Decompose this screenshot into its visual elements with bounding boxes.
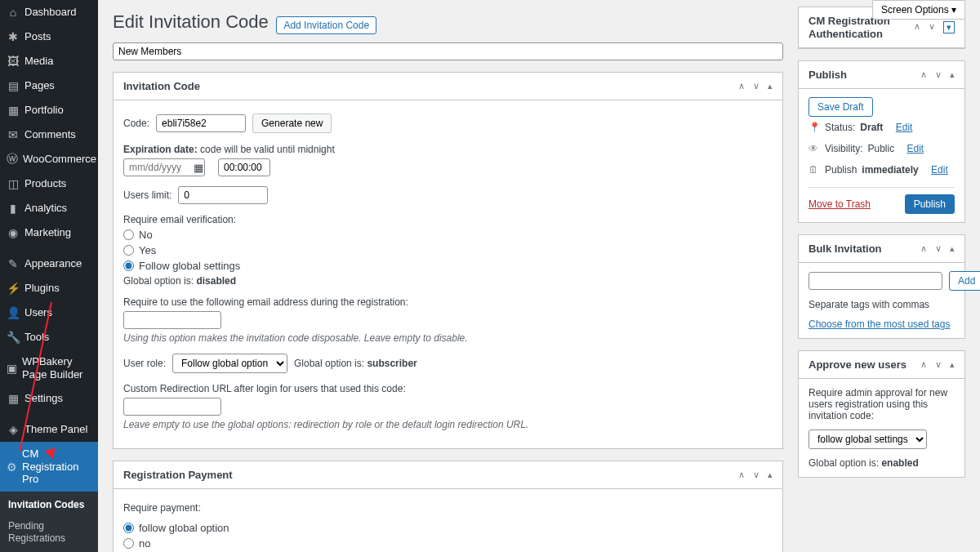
approve-users-box: Approve new users ∧∨▴ Require admin appr… [798, 350, 965, 478]
user-role-select[interactable]: Follow global option [172, 354, 287, 373]
publish-button[interactable]: Publish [905, 194, 955, 214]
rev-yes-label: Yes [139, 244, 156, 256]
save-draft-button[interactable]: Save Draft [808, 97, 873, 117]
status-value: Draft [860, 122, 883, 133]
move-up-icon[interactable]: ∧ [920, 359, 927, 370]
sub-pending[interactable]: Pending Registrations [0, 516, 98, 550]
toggle-icon[interactable]: ▴ [950, 69, 955, 80]
nav-analytics[interactable]: ▮Analytics [0, 196, 98, 220]
generate-new-button[interactable]: Generate new [252, 114, 332, 133]
move-down-icon[interactable]: ∨ [935, 359, 942, 370]
post-title-input[interactable] [113, 42, 783, 60]
move-up-icon[interactable]: ∧ [920, 243, 927, 254]
move-down-icon[interactable]: ∨ [935, 243, 942, 254]
redirect-label: Custom Redirection URL after login for u… [123, 383, 773, 394]
toggle-icon[interactable]: ▴ [950, 359, 955, 370]
bulk-tag-input[interactable] [808, 272, 942, 290]
page-icon: ▤ [7, 79, 20, 92]
nav-media[interactable]: 🖾Media [0, 49, 98, 73]
move-to-trash-link[interactable]: Move to Trash [808, 198, 871, 210]
move-down-icon[interactable]: ∨ [753, 470, 760, 480]
pay-no-radio[interactable] [123, 538, 134, 549]
require-email-label: Require to use the following email addre… [123, 296, 773, 308]
publish-box: Publish ∧∨▴ Save Draft 📍Status: Draft Ed… [798, 60, 965, 223]
registration-payment-box: Registration Payment ∧∨▴ Require payment… [113, 461, 783, 552]
edit-visibility-link[interactable]: Edit [907, 143, 924, 154]
approve-global-text: Global option is: [808, 457, 881, 469]
require-email-input[interactable] [123, 311, 221, 329]
edit-status-link[interactable]: Edit [896, 122, 913, 133]
rev-global-label: Follow global settings [139, 260, 240, 272]
toggle-icon[interactable]: ▴ [950, 243, 955, 254]
pin-icon: ✱ [7, 30, 20, 43]
move-up-icon[interactable]: ∧ [738, 81, 745, 91]
move-up-icon[interactable]: ∧ [738, 470, 745, 480]
eye-icon: 👁 [808, 143, 820, 154]
move-up-icon[interactable]: ∧ [920, 69, 927, 80]
settings-icon: ▦ [7, 392, 20, 405]
approve-select[interactable]: follow global settings [808, 430, 927, 449]
nav-marketing[interactable]: ◉Marketing [0, 220, 98, 245]
dashboard-icon: ⌂ [7, 6, 20, 19]
nav-dashboard[interactable]: ⌂Dashboard [0, 0, 98, 24]
analytics-icon: ▮ [7, 202, 20, 215]
nav-plugins[interactable]: ⚡Plugins [0, 276, 98, 300]
move-up-icon[interactable]: ∧ [914, 21, 920, 33]
nav-users[interactable]: 👤Users [0, 300, 98, 325]
rev-yes-radio[interactable] [123, 245, 134, 256]
visibility-label: Visibility: [825, 143, 862, 154]
nav-wpbakery[interactable]: ▣WPBakery Page Builder [0, 349, 98, 386]
publish-label: Publish [825, 164, 857, 176]
nav-pages[interactable]: ▤Pages [0, 73, 98, 98]
move-down-icon[interactable]: ∨ [935, 69, 942, 80]
edit-publish-link[interactable]: Edit [931, 164, 948, 176]
move-down-icon[interactable]: ∨ [753, 81, 760, 91]
nav-woocommerce[interactable]: ⓦWooCommerce [0, 147, 98, 171]
nav-products[interactable]: ◫Products [0, 171, 98, 196]
users-limit-input[interactable] [178, 186, 268, 204]
redirect-url-input[interactable] [123, 398, 221, 416]
nav-cm-registration[interactable]: ⚙CM Registration Pro [0, 442, 98, 492]
side-column: CM Registration Authentication ∧∨▾ Publi… [798, 7, 965, 552]
payment-box-title: Registration Payment [123, 469, 233, 481]
media-icon: 🖾 [7, 55, 20, 68]
email-verification-label: Require email verification: [123, 214, 773, 225]
pay-global-radio[interactable] [123, 523, 134, 533]
code-input[interactable] [156, 114, 246, 132]
toggle-icon[interactable]: ▾ [943, 21, 955, 33]
expiration-hint: code will be valid until midnight [200, 144, 335, 155]
visibility-value: Public [867, 143, 894, 154]
nav-posts[interactable]: ✱Posts [0, 24, 98, 49]
wpbakery-icon: ▣ [7, 362, 17, 375]
toggle-icon[interactable]: ▴ [768, 470, 773, 480]
toggle-icon[interactable]: ▴ [768, 81, 773, 91]
nav-tools[interactable]: 🔧Tools [0, 325, 98, 349]
move-down-icon[interactable]: ∨ [929, 21, 935, 33]
main-column: Edit Invitation Code Add Invitation Code… [113, 7, 783, 552]
publish-box-title: Publish [808, 69, 847, 81]
pay-no-label: no [139, 537, 150, 550]
calendar-icon[interactable]: ▦ [194, 162, 203, 174]
users-icon: 👤 [7, 306, 20, 319]
code-label: Code: [123, 118, 149, 129]
sub-invitation-codes[interactable]: Invitation Codes [0, 495, 98, 516]
add-invitation-button[interactable]: Add Invitation Code [276, 16, 376, 34]
nav-settings[interactable]: ▦Settings [0, 386, 98, 411]
nav-theme-panel[interactable]: ◈Theme Panel [0, 417, 98, 442]
choose-tags-link[interactable]: Choose from the most used tags [808, 318, 950, 330]
screen-options-button[interactable]: Screen Options ▾ [872, 0, 965, 20]
nav-portfolio[interactable]: ▦Portfolio [0, 98, 98, 122]
invitation-box-title: Invitation Code [123, 80, 200, 92]
nav-appearance[interactable]: ✎Appearance [0, 252, 98, 276]
expiration-label: Expiration date: [123, 144, 198, 155]
plugins-icon: ⚡ [7, 282, 20, 295]
rev-global-radio[interactable] [123, 260, 134, 271]
expiration-date-input[interactable] [123, 158, 205, 176]
require-email-hint: Using this option makes the invitation c… [123, 332, 773, 344]
nav-comments[interactable]: ✉Comments [0, 122, 98, 147]
bulk-hint: Separate tags with commas [808, 299, 955, 310]
bulk-add-button[interactable]: Add [949, 271, 980, 291]
require-payment-label: Require payment: [123, 502, 773, 514]
rev-no-radio[interactable] [123, 229, 134, 240]
expiration-time-input[interactable] [218, 158, 270, 176]
